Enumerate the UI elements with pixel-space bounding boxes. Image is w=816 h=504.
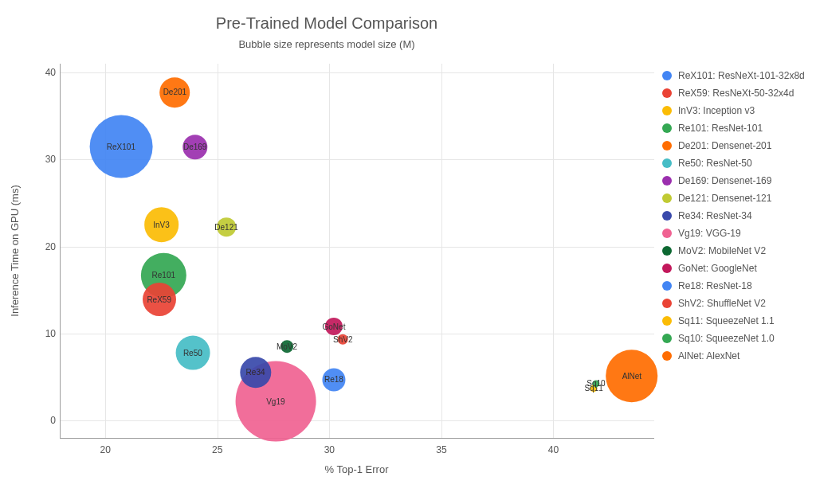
legend-swatch-icon (662, 211, 672, 221)
legend-label: Re101: ResNet-101 (678, 123, 763, 134)
legend-item[interactable]: GoNet: GoogleNet (662, 263, 810, 274)
y-tick-label: 0 (29, 415, 56, 426)
gridline-v (441, 64, 442, 438)
chart-subtitle: Bubble size represents model size (M) (0, 38, 653, 50)
y-tick-label: 20 (29, 241, 56, 252)
legend-swatch-icon (662, 123, 672, 133)
y-tick-label: 30 (29, 154, 56, 165)
gridline-v (553, 64, 554, 438)
bubble-label: ReX59 (147, 295, 171, 304)
bubble-label: Re34 (246, 369, 265, 377)
x-axis-label: % Top-1 Error (60, 463, 653, 475)
legend-item[interactable]: ReX101: ResNeXt-101-32x8d (662, 70, 810, 81)
legend-item[interactable]: AlNet: AlexNet (662, 350, 810, 361)
legend-swatch-icon (662, 316, 672, 326)
bubble-label: Vg19 (266, 397, 284, 406)
legend-label: AlNet: AlexNet (678, 350, 740, 361)
legend-swatch-icon (662, 106, 672, 115)
legend-item[interactable]: Re34: ResNet-34 (662, 210, 810, 221)
bubble-alnet[interactable]: AlNet (606, 350, 658, 403)
legend-label: Sq10: SqueezeNet 1.0 (678, 333, 775, 344)
y-axis-label: Inference Time on GPU (ms) (9, 185, 21, 316)
bubble-label: ReX101 (107, 142, 135, 150)
legend-swatch-icon (662, 299, 672, 308)
chart-root: Pre-Trained Model Comparison Bubble size… (0, 0, 816, 504)
legend-item[interactable]: De201: Densenet-201 (662, 140, 810, 151)
legend-item[interactable]: InV3: Inception v3 (662, 105, 810, 116)
legend-label: ShV2: ShuffleNet V2 (678, 298, 766, 309)
legend-swatch-icon (662, 246, 672, 256)
legend-label: InV3: Inception v3 (678, 105, 755, 116)
legend-label: De121: Densenet-121 (678, 193, 771, 204)
legend-item[interactable]: MoV2: MobileNet V2 (662, 245, 810, 256)
y-tick-label: 10 (29, 328, 56, 339)
legend-swatch-icon (662, 141, 672, 150)
bubble-re50[interactable]: Re50 (175, 335, 210, 369)
bubble-rex59[interactable]: ReX59 (143, 283, 176, 316)
plot-area: 0102030402025303540Vg19ReX101AlNetRe101I… (60, 64, 654, 439)
legend-label: MoV2: MobileNet V2 (678, 245, 766, 256)
bubble-label: De201 (163, 88, 186, 97)
bubble-label: MoV2 (277, 342, 297, 351)
legend-label: Vg19: VGG-19 (678, 228, 741, 239)
legend-item[interactable]: Re101: ResNet-101 (662, 123, 810, 134)
legend-label: Re34: ResNet-34 (678, 210, 752, 221)
legend-item[interactable]: Sq10: SqueezeNet 1.0 (662, 333, 810, 344)
legend-swatch-icon (662, 88, 672, 98)
x-tick-label: 40 (548, 444, 559, 455)
bubble-label: GoNet (323, 322, 346, 331)
legend-label: De169: Densenet-169 (678, 175, 771, 186)
bubble-re18[interactable]: Re18 (322, 368, 345, 391)
gridline-h (61, 72, 654, 73)
bubble-de169[interactable]: De169 (182, 135, 207, 159)
bubble-label: De169 (183, 143, 206, 151)
legend-label: Re50: ResNet-50 (678, 158, 752, 169)
legend-swatch-icon (662, 351, 672, 361)
x-tick-label: 20 (100, 444, 111, 455)
bubble-inv3[interactable]: InV3 (144, 207, 179, 242)
x-tick-label: 25 (212, 444, 222, 455)
legend-item[interactable]: ShV2: ShuffleNet V2 (662, 298, 810, 309)
bubble-label: Re50 (183, 348, 202, 357)
bubble-label: AlNet (622, 372, 641, 381)
legend-item[interactable]: De121: Densenet-121 (662, 193, 810, 204)
legend-swatch-icon (662, 193, 672, 203)
bubble-label: Re18 (324, 375, 343, 384)
bubble-rex101[interactable]: ReX101 (89, 115, 152, 178)
bubble-sq10[interactable]: Sq10 (592, 381, 599, 388)
bubble-label: Re101 (152, 271, 175, 279)
x-tick-label: 35 (436, 444, 446, 455)
bubble-mov2[interactable]: MoV2 (280, 340, 293, 353)
legend-label: ReX59: ResNeXt-50-32x4d (678, 88, 794, 99)
legend-item[interactable]: Re50: ResNet-50 (662, 158, 810, 169)
bubble-de201[interactable]: De201 (160, 77, 190, 107)
legend-swatch-icon (662, 158, 672, 168)
gridline-h (61, 247, 654, 248)
legend-item[interactable]: De169: Densenet-169 (662, 175, 810, 186)
x-tick-label: 30 (324, 444, 335, 455)
legend-swatch-icon (662, 334, 672, 343)
legend-swatch-icon (662, 281, 672, 291)
legend-label: Re18: ResNet-18 (678, 280, 752, 291)
legend-swatch-icon (662, 264, 672, 273)
bubble-label: InV3 (153, 221, 170, 229)
legend-label: GoNet: GoogleNet (678, 263, 757, 274)
legend-item[interactable]: Vg19: VGG-19 (662, 228, 810, 239)
legend-item[interactable]: Sq11: SqueezeNet 1.1 (662, 315, 810, 326)
chart-title: Pre-Trained Model Comparison (0, 14, 653, 33)
bubble-label: De121 (214, 223, 237, 232)
legend-label: De201: Densenet-201 (678, 140, 771, 151)
gridline-v (218, 64, 218, 438)
legend-swatch-icon (662, 176, 672, 186)
gridline-h (61, 334, 654, 334)
legend-label: Sq11: SqueezeNet 1.1 (678, 315, 775, 326)
bubble-de121[interactable]: De121 (217, 218, 236, 237)
legend-swatch-icon (662, 71, 672, 80)
legend-item[interactable]: ReX59: ResNeXt-50-32x4d (662, 88, 810, 99)
y-tick-label: 40 (29, 67, 56, 78)
legend-item[interactable]: Re18: ResNet-18 (662, 280, 810, 291)
bubble-shv2[interactable]: ShV2 (338, 334, 348, 345)
bubble-label: ShV2 (333, 335, 352, 344)
legend-label: ReX101: ResNeXt-101-32x8d (678, 70, 805, 81)
gridline-h (61, 420, 654, 421)
